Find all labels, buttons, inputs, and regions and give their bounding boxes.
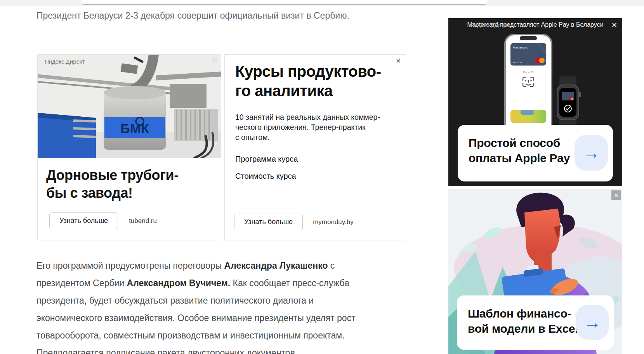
arrow-right-icon: → (582, 142, 600, 163)
ad-domain: mymonday.by (313, 218, 354, 226)
arrow-right-button[interactable]: → (576, 305, 609, 340)
ad-footer: Узнать больше mymonday.by (234, 214, 354, 230)
ad-card-analyst-courses[interactable]: ✕ Курсы продуктово- го аналитика 10 заня… (224, 54, 406, 240)
card-brand-text: Mastercard (513, 46, 528, 49)
search-bar[interactable] (82, 0, 487, 5)
ad-card-tube-benders[interactable]: БМК Яндекс.Директ ✕ Дорновые трубоги- бы… (37, 54, 221, 240)
ad-cta-card[interactable]: Простой способ оплаты Apple Pay → (458, 125, 613, 181)
bmk-logo-text: БМК (120, 121, 149, 136)
iphone-watch-image: Mastercard •••• 1234 Face ID (498, 34, 583, 138)
top-strip (0, 0, 644, 5)
ad-title-line1: Дорновые трубоги- (46, 166, 179, 184)
learn-more-button[interactable]: Узнать больше (234, 214, 303, 230)
ad-cta-text: Шаблон финансо- вой модели в Excel (468, 306, 578, 336)
ad-title[interactable]: Дорновые трубоги- бы с завода! (46, 166, 179, 202)
ad-sitelink-price[interactable]: Стоимость курса (235, 172, 296, 181)
arrow-right-button[interactable]: → (575, 135, 608, 171)
ad-title-line1: Курсы продуктово- (235, 62, 381, 81)
article-paragraph: Его программой предусмотрены переговоры … (36, 257, 378, 354)
yandex-direct-label: Яндекс.Директ (470, 22, 510, 28)
ad-cta-text: Простой способ оплаты Apple Pay (469, 135, 570, 166)
ad-body: 10 занятий на реальных данных коммер- че… (235, 112, 380, 142)
yandex-direct-label: Яндекс.Директ (45, 58, 85, 65)
close-icon[interactable]: ✕ (212, 57, 217, 65)
ad-title-line2: бы с завода! (46, 184, 179, 202)
learn-more-button[interactable]: Узнать больше (49, 212, 118, 229)
ad-footer: Узнать больше tubend.ru (49, 212, 157, 229)
close-icon[interactable]: ✕ (611, 190, 621, 200)
close-icon[interactable]: ✕ (611, 21, 617, 29)
close-icon[interactable]: ✕ (396, 57, 401, 65)
face-id-label: Face ID (523, 71, 534, 74)
ad-cta-card[interactable]: Шаблон финансо- вой модели в Excel → (457, 295, 614, 350)
arrow-right-icon: → (583, 312, 601, 333)
ad-card-apple-pay[interactable]: Mastercard представляет Apple Pay в Бела… (448, 18, 622, 186)
person-name-lukashenko: Александра Лукашенко (224, 261, 328, 271)
ad-image-tube-bender: БМК Яндекс.Директ ✕ (38, 55, 221, 158)
ad-title-line2: го аналитика (235, 81, 381, 100)
ad-sitelink-program[interactable]: Программа курса (235, 155, 298, 164)
ad-domain: tubend.ru (129, 217, 157, 225)
svg-text:•••• 1234: •••• 1234 (513, 61, 522, 64)
article-heading: Президент Беларуси 2-3 декабря совершит … (36, 7, 355, 24)
ad-title[interactable]: Курсы продуктово- го аналитика (235, 62, 381, 100)
ad-card-excel-template[interactable]: ✕ Шаблон финансо- вой модели в Excel → (448, 189, 622, 354)
person-name-vucic: Александром Вучичем. (127, 278, 231, 288)
